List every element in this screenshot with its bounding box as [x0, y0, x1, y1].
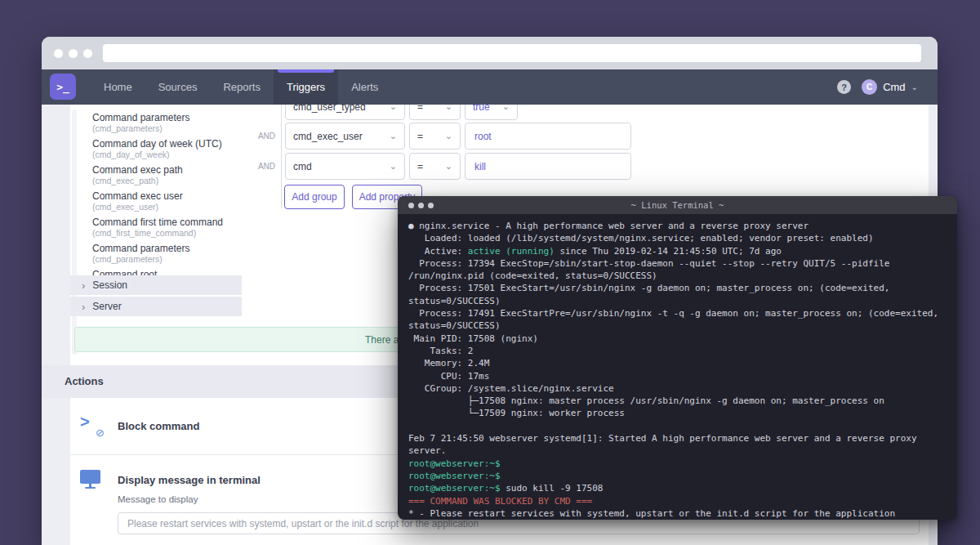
- terminal-line: CGroup: /system.slice/nginx.service: [408, 382, 947, 395]
- tab-reports[interactable]: Reports: [210, 69, 274, 105]
- account-label: Cmd: [883, 81, 905, 93]
- terminal-line: [408, 420, 947, 432]
- operator-value: =: [417, 161, 423, 172]
- and-label: AND: [256, 132, 275, 141]
- sidebar-group-session[interactable]: ›Session: [70, 275, 242, 295]
- sidebar-param-item[interactable]: Command exec user(cmd_exec_user): [92, 190, 242, 212]
- window-control-dot[interactable]: [428, 203, 434, 208]
- display-message-label: Display message in terminal: [118, 474, 261, 486]
- chevron-down-icon: ⌄: [390, 105, 397, 112]
- condition-field-select[interactable]: cmd_user_typed ⌄: [285, 105, 405, 120]
- condition-field-select[interactable]: cmd_exec_user ⌄: [285, 123, 405, 150]
- avatar: C: [862, 79, 877, 95]
- linux-terminal-window: ~ Linux Terminal ~ ● nginx.service - A h…: [398, 196, 957, 520]
- tab-triggers[interactable]: Triggers: [274, 69, 338, 105]
- sidebar-group-server[interactable]: ›Server: [70, 297, 242, 316]
- terminal-window-controls[interactable]: [408, 203, 434, 208]
- param-title: Command day of week (UTC): [92, 138, 242, 150]
- condition-operator-select[interactable]: = ⌄: [409, 153, 461, 180]
- condition-operator-select[interactable]: = ⌄: [409, 123, 461, 150]
- chevron-down-icon: ⌄: [911, 83, 918, 92]
- param-code: (cmd_day_of_week): [92, 150, 242, 159]
- monitor-screen: [80, 470, 100, 484]
- sidebar-param-item[interactable]: Command parameters(cmd_parameters): [92, 112, 242, 133]
- window-control-dot[interactable]: [418, 203, 424, 208]
- block-command-label: Block command: [118, 420, 199, 432]
- nav-right: ? C Cmd ⌄: [837, 69, 938, 105]
- terminal-line: /run/nginx.pid (code=exited, status=0/SU…: [408, 270, 947, 282]
- condition-value-input[interactable]: root: [465, 123, 631, 150]
- help-icon[interactable]: ?: [837, 80, 851, 94]
- terminal-line: Active: active (running) since Thu 2019-…: [408, 245, 947, 257]
- window-control-dot[interactable]: [54, 49, 63, 58]
- url-bar[interactable]: [103, 44, 921, 62]
- condition-connector-line: [281, 105, 282, 208]
- tab-label: Sources: [158, 81, 198, 93]
- message-field-label: Message to display: [118, 494, 198, 504]
- chevron-down-icon: ⌄: [445, 131, 452, 141]
- sidebar-param-item[interactable]: Command day of week (UTC)(cmd_day_of_wee…: [92, 138, 242, 159]
- tab-home[interactable]: Home: [91, 69, 145, 105]
- sidebar-groups: ›Session›Server: [70, 275, 242, 318]
- terminal-line: └─17509 nginx: worker process: [408, 407, 947, 419]
- terminal-line: * - Please restart services with systemd…: [408, 507, 947, 520]
- block-command-icon: > ⊘: [80, 414, 101, 436]
- terminal-line: Loaded: loaded (/lib/systemd/system/ngin…: [408, 232, 947, 244]
- tab-label: Triggers: [287, 81, 325, 93]
- chevron-right-icon: ›: [82, 301, 85, 313]
- param-code: (cmd_exec_user): [92, 202, 242, 212]
- sidebar-param-item[interactable]: Command root: [92, 269, 242, 275]
- monitor-icon: [80, 470, 100, 490]
- tab-alerts[interactable]: Alerts: [338, 69, 391, 105]
- nav-tabs: HomeSourcesReportsTriggersAlerts: [91, 69, 391, 105]
- terminal-titlebar[interactable]: ~ Linux Terminal ~: [398, 196, 957, 214]
- browser-chrome-bar: [42, 37, 938, 69]
- account-menu[interactable]: C Cmd ⌄: [862, 79, 918, 95]
- field-value: cmd_user_typed: [293, 105, 366, 113]
- add-group-button[interactable]: Add group: [284, 185, 345, 209]
- chevron-down-icon: ⌄: [502, 105, 510, 112]
- and-label: AND: [256, 162, 275, 171]
- condition-operator-select[interactable]: = ⌄: [409, 105, 461, 120]
- terminal-line: ● nginx.service - A high performance web…: [408, 220, 947, 232]
- actions-heading: Actions: [65, 375, 104, 387]
- sidebar-param-item[interactable]: Command first time command(cmd_first_tim…: [92, 217, 242, 238]
- value-text: kill: [474, 161, 486, 172]
- param-title: Command parameters: [92, 112, 242, 123]
- terminal-line: Tasks: 2: [408, 345, 947, 357]
- tab-label: Alerts: [351, 81, 378, 93]
- chevron-down-icon: ⌄: [390, 161, 397, 172]
- terminal-line: server.: [408, 444, 947, 457]
- chevron-down-icon: ⌄: [445, 105, 452, 112]
- terminal-line: Process: 17491 ExecStartPre=/usr/sbin/ng…: [408, 307, 947, 319]
- terminal-line: status=0/SUCCESS): [408, 319, 947, 332]
- tab-sources[interactable]: Sources: [145, 69, 211, 105]
- prohibition-glyph: ⊘: [96, 427, 105, 439]
- sidebar-param-item[interactable]: Command parameters(cmd_parameters): [92, 243, 242, 264]
- condition-field-select[interactable]: cmd ⌄: [285, 153, 405, 180]
- value-text: root: [474, 131, 492, 142]
- sidebar-param-item[interactable]: Command exec path(cmd_exec_path): [92, 164, 242, 185]
- param-code: (cmd_first_time_command): [92, 228, 242, 238]
- value-text: true: [473, 105, 490, 113]
- terminal-line: Process: 17501 ExecStart=/usr/sbin/nginx…: [408, 282, 947, 294]
- browser-window-controls[interactable]: [54, 49, 92, 58]
- condition-value-select[interactable]: true ⌄: [465, 105, 518, 120]
- group-label: Session: [92, 279, 127, 291]
- param-title: Command exec path: [92, 164, 242, 176]
- terminal-body: ● nginx.service - A high performance web…: [398, 214, 957, 520]
- terminal-line: Memory: 2.4M: [408, 357, 947, 369]
- terminal-line: Main PID: 17508 (nginx): [408, 333, 947, 345]
- terminal-line: ├─17508 nginx: master process /usr/sbin/…: [408, 395, 947, 407]
- param-code: (cmd_parameters): [92, 123, 242, 133]
- condition-value-input[interactable]: kill: [465, 153, 631, 180]
- param-title: Command first time command: [92, 217, 242, 228]
- active-tab-indicator: [278, 69, 334, 73]
- window-control-dot[interactable]: [69, 49, 78, 58]
- window-control-dot[interactable]: [83, 49, 92, 58]
- param-code: (cmd_exec_path): [92, 176, 242, 185]
- app-logo-terminal-icon[interactable]: >_: [50, 74, 76, 100]
- window-control-dot[interactable]: [408, 203, 414, 208]
- group-label: Server: [92, 301, 121, 312]
- operator-value: =: [417, 131, 423, 142]
